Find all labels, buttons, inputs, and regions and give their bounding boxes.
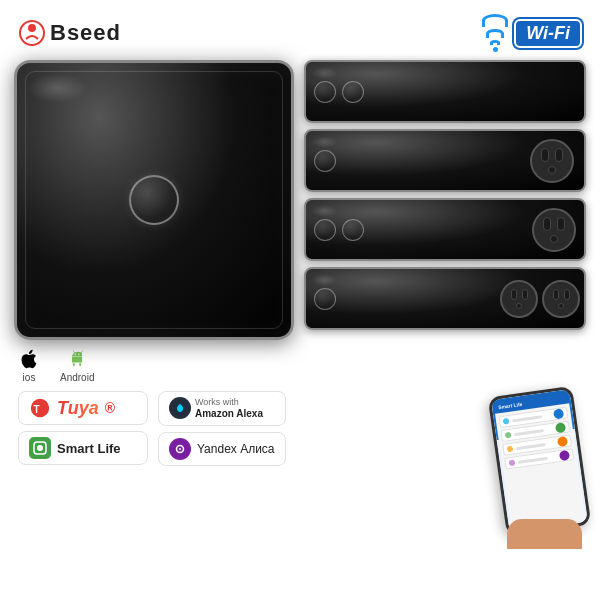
android-item: Android bbox=[60, 348, 94, 383]
small-panel-3[interactable] bbox=[304, 198, 586, 261]
small-panel-1[interactable] bbox=[304, 60, 586, 123]
eu-socket-4a[interactable] bbox=[500, 280, 538, 318]
eu-socket-4b[interactable] bbox=[542, 280, 580, 318]
glare-small-3 bbox=[312, 205, 337, 217]
tuya-icon: T bbox=[29, 397, 51, 419]
phone-row-btn-2 bbox=[555, 422, 566, 433]
alexa-text: Works with Amazon Alexa bbox=[195, 397, 263, 420]
alexa-badge: Works with Amazon Alexa bbox=[158, 391, 286, 426]
glare-small-4 bbox=[312, 274, 337, 286]
socket-hole-4b1 bbox=[553, 289, 559, 300]
smart-life-badge: Smart Life bbox=[18, 431, 148, 465]
socket-ground-4a bbox=[516, 303, 522, 309]
large-switch-panel[interactable] bbox=[14, 60, 294, 340]
bseed-icon bbox=[18, 19, 46, 47]
ios-item: ios bbox=[18, 348, 40, 383]
left-badges: T Tuya ® Smart Life bbox=[18, 391, 148, 465]
yandex-badge: Yandex Алиса bbox=[158, 432, 286, 466]
double-socket-container bbox=[500, 280, 580, 318]
alexa-line2: Amazon Alexa bbox=[195, 408, 263, 420]
header: Bseed Wi-Fi bbox=[10, 10, 590, 60]
socket-hole-4a1 bbox=[511, 289, 517, 300]
wifi-badge: Wi-Fi bbox=[514, 19, 582, 48]
phone-row-dot-2 bbox=[505, 432, 512, 439]
brand-logo: Bseed bbox=[18, 19, 121, 47]
socket-holes-4b bbox=[553, 289, 570, 300]
android-label: Android bbox=[60, 372, 94, 383]
svg-point-9 bbox=[179, 448, 181, 450]
main-container: Bseed Wi-Fi bbox=[0, 0, 600, 600]
socket-hole-2b bbox=[555, 148, 563, 162]
small-panels-container bbox=[304, 60, 586, 340]
switch-dot-3a[interactable] bbox=[314, 219, 336, 241]
glare-highlight bbox=[27, 73, 87, 103]
socket-ground-3 bbox=[550, 235, 558, 243]
socket-ground-2 bbox=[548, 166, 556, 174]
switch-button-large[interactable] bbox=[129, 175, 179, 225]
phone-row-line-3 bbox=[516, 442, 546, 449]
phone-row-line-2 bbox=[514, 429, 544, 436]
phone-row-dot-1 bbox=[503, 418, 510, 425]
alexa-line1: Works with bbox=[195, 397, 263, 408]
phone-section: Smart Life bbox=[492, 391, 582, 541]
small-panel-2[interactable] bbox=[304, 129, 586, 192]
socket-holes-2 bbox=[541, 148, 563, 162]
yandex-label: Yandex Алиса bbox=[197, 442, 275, 456]
main-content bbox=[10, 60, 590, 340]
tuya-trademark: ® bbox=[105, 400, 115, 416]
switch-dot-1b[interactable] bbox=[342, 81, 364, 103]
yandex-icon bbox=[169, 438, 191, 460]
phone-row-dot-4 bbox=[509, 459, 516, 466]
switch-dot-2a[interactable] bbox=[314, 150, 336, 172]
phone-row-line-4 bbox=[518, 456, 548, 463]
phone-row-btn-3 bbox=[557, 436, 568, 447]
socket-hole-2a bbox=[541, 148, 549, 162]
socket-hole-3b bbox=[557, 217, 565, 231]
socket-ground-4b bbox=[558, 303, 564, 309]
bottom-area: T Tuya ® Smart Life bbox=[10, 387, 590, 545]
svg-point-5 bbox=[37, 445, 43, 451]
alexa-icon bbox=[169, 397, 191, 419]
glare-small-1 bbox=[312, 67, 337, 79]
small-panel-4[interactable] bbox=[304, 267, 586, 330]
wifi-area: Wi-Fi bbox=[482, 14, 582, 52]
phone-row-btn-4 bbox=[559, 450, 570, 461]
phone-content-area bbox=[495, 403, 586, 530]
phone-row-btn-1 bbox=[553, 408, 564, 419]
os-section: ios Android bbox=[10, 340, 590, 387]
svg-text:T: T bbox=[34, 404, 41, 415]
phone-screen: Smart Life bbox=[491, 389, 588, 533]
phone-mockup: Smart Life bbox=[488, 386, 592, 536]
switch-dot-3b[interactable] bbox=[342, 219, 364, 241]
ios-label: ios bbox=[23, 372, 36, 383]
socket-hole-4a2 bbox=[522, 289, 528, 300]
socket-holes-3 bbox=[543, 217, 565, 231]
switch-dot-1a[interactable] bbox=[314, 81, 336, 103]
glare-small-2 bbox=[312, 136, 337, 148]
socket-hole-3a bbox=[543, 217, 551, 231]
wifi-icon bbox=[482, 14, 508, 52]
apple-icon bbox=[18, 348, 40, 370]
eu-socket-3[interactable] bbox=[532, 208, 576, 252]
smart-life-label: Smart Life bbox=[57, 441, 121, 456]
tuya-label: Tuya bbox=[57, 398, 99, 419]
switch-dot-4a[interactable] bbox=[314, 288, 336, 310]
phone-row-dot-3 bbox=[507, 446, 514, 453]
brand-name: Bseed bbox=[50, 20, 121, 46]
android-icon bbox=[66, 348, 88, 370]
eu-socket-2[interactable] bbox=[530, 139, 574, 183]
phone-row-line-1 bbox=[512, 415, 542, 422]
svg-point-1 bbox=[28, 24, 36, 32]
socket-holes-4a bbox=[511, 289, 528, 300]
right-badges: Works with Amazon Alexa Yandex Алиса bbox=[158, 391, 286, 466]
hand-element bbox=[507, 519, 582, 549]
tuya-badge: T Tuya ® bbox=[18, 391, 148, 425]
smart-life-icon bbox=[29, 437, 51, 459]
socket-hole-4b2 bbox=[564, 289, 570, 300]
